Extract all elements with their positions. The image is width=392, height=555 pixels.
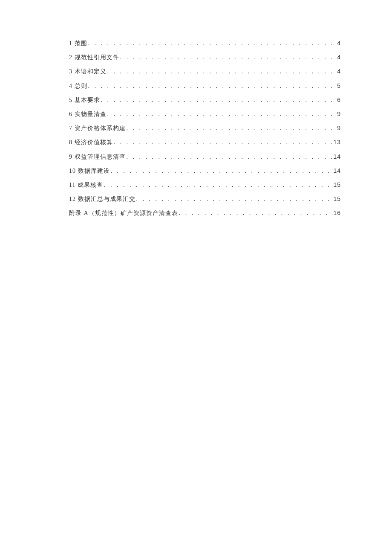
toc-entry: 8 经济价值核算 13 bbox=[69, 135, 341, 149]
toc-leader-dots bbox=[87, 37, 337, 50]
toc-title: 11 成果核查 bbox=[69, 178, 103, 192]
document-page: 1 范围 4 2 规范性引用文件 4 3 术语和定义 4 4 总则 5 5 基本… bbox=[0, 0, 392, 220]
toc-page-number: 6 bbox=[337, 93, 341, 107]
toc-leader-dots bbox=[100, 93, 337, 107]
toc-title: 3 术语和定义 bbox=[69, 65, 107, 78]
toc-title: 9 权益管理信息清查 bbox=[69, 150, 126, 164]
toc-entry: 10 数据库建设 14 bbox=[69, 164, 341, 178]
toc-leader-dots bbox=[87, 79, 337, 93]
toc-leader-dots bbox=[126, 150, 334, 164]
toc-title: 1 范围 bbox=[69, 37, 87, 50]
toc-entry: 5 基本要求 6 bbox=[69, 93, 341, 107]
toc-title: 7 资产价格体系构建 bbox=[69, 122, 126, 135]
toc-entry: 9 权益管理信息清查 14 bbox=[69, 150, 341, 164]
toc-leader-dots bbox=[135, 192, 334, 206]
toc-leader-dots bbox=[126, 122, 337, 135]
toc-entry: 11 成果核查 15 bbox=[69, 178, 341, 192]
toc-leader-dots bbox=[178, 206, 334, 220]
toc-entry: 7 资产价格体系构建 9 bbox=[69, 121, 341, 135]
toc-entry: 4 总则 5 bbox=[69, 79, 341, 93]
toc-page-number: 4 bbox=[337, 36, 341, 50]
toc-page-number: 4 bbox=[337, 50, 341, 64]
toc-title: 10 数据库建设 bbox=[69, 164, 110, 178]
toc-entry: 1 范围 4 bbox=[69, 36, 341, 50]
toc-title: 4 总则 bbox=[69, 79, 87, 93]
toc-entry: 6 实物量清查 9 bbox=[69, 107, 341, 121]
toc-leader-dots bbox=[107, 108, 337, 121]
toc-leader-dots bbox=[107, 65, 337, 78]
toc-leader-dots bbox=[110, 164, 334, 178]
toc-entry: 12 数据汇总与成果汇交 15 bbox=[69, 192, 341, 206]
toc-title: 8 经济价值核算 bbox=[69, 136, 113, 149]
toc-entry: 3 术语和定义 4 bbox=[69, 64, 341, 78]
toc-leader-dots bbox=[113, 136, 334, 149]
toc-page-number: 16 bbox=[333, 206, 341, 220]
toc-page-number: 5 bbox=[337, 79, 341, 93]
toc-leader-dots bbox=[119, 51, 337, 64]
toc-title: 5 基本要求 bbox=[69, 93, 100, 107]
toc-page-number: 14 bbox=[333, 150, 341, 163]
toc-page-number: 15 bbox=[333, 192, 341, 206]
toc-title: 6 实物量清查 bbox=[69, 108, 107, 121]
table-of-contents: 1 范围 4 2 规范性引用文件 4 3 术语和定义 4 4 总则 5 5 基本… bbox=[69, 36, 341, 220]
toc-entry: 附录 A（规范性）矿产资源资产清查表 16 bbox=[69, 206, 341, 220]
toc-page-number: 4 bbox=[337, 64, 341, 78]
toc-entry: 2 规范性引用文件 4 bbox=[69, 50, 341, 64]
toc-title: 2 规范性引用文件 bbox=[69, 51, 119, 64]
toc-page-number: 9 bbox=[337, 121, 341, 135]
toc-title: 附录 A（规范性）矿产资源资产清查表 bbox=[69, 206, 178, 220]
toc-page-number: 13 bbox=[333, 135, 341, 149]
toc-page-number: 14 bbox=[333, 164, 341, 177]
toc-page-number: 9 bbox=[337, 107, 341, 121]
toc-title: 12 数据汇总与成果汇交 bbox=[69, 192, 135, 206]
toc-leader-dots bbox=[103, 178, 333, 192]
toc-page-number: 15 bbox=[333, 178, 341, 192]
